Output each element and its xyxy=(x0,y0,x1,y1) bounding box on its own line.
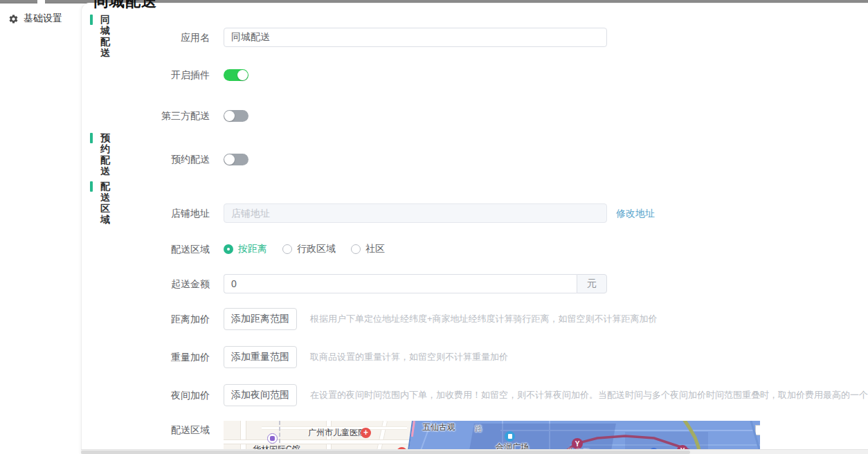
page-title: 同城配送 xyxy=(93,0,157,12)
horizontal-scrollbar xyxy=(81,449,868,454)
sidebar-item-basic-settings[interactable]: 基础设置 xyxy=(8,12,62,25)
min-amount-group: 元 xyxy=(224,274,607,293)
screen: 同城配送 基础设置 同城配送 应用名 开启插件 第三方配送 预约配送 预约配送 xyxy=(0,0,868,454)
add-night-range-button[interactable]: 添加夜间范围 xyxy=(224,384,297,406)
map-label-road: 路 xyxy=(475,424,482,434)
radio-label: 社区 xyxy=(365,243,385,255)
mall-poi-icon xyxy=(267,433,278,444)
third-party-label: 第三方配送 xyxy=(81,110,210,122)
row-reserve: 预约配送 xyxy=(81,154,868,165)
map-area-label: 配送区域 xyxy=(81,425,210,435)
radio-by-distance[interactable]: 按距离 xyxy=(224,243,267,255)
plugin-label: 开启插件 xyxy=(81,69,210,81)
row-night-markup: 夜间加价 添加夜间范围 在设置的夜间时间范围内下单，加收费用！如留空，则不计算夜… xyxy=(81,384,868,406)
app-name-label: 应用名 xyxy=(81,28,210,47)
toggle-knob xyxy=(224,111,235,121)
radio-label: 按距离 xyxy=(238,243,267,255)
row-distance-markup: 距离加价 添加距离范围 根据用户下单定位地址经纬度+商家地址经纬度计算骑行距离，… xyxy=(81,308,868,330)
horizontal-scrollbar-thumb[interactable] xyxy=(81,451,690,454)
distance-markup-hint: 根据用户下单定位地址经纬度+商家地址经纬度计算骑行距离，如留空则不计算距离加价 xyxy=(310,308,658,330)
row-plugin: 开启插件 xyxy=(81,69,868,81)
radio-dot xyxy=(351,244,361,254)
section-accent-bar xyxy=(90,181,93,192)
area-mode-radio-group: 按距离 行政区域 社区 xyxy=(224,244,400,255)
sidebar: 基础设置 xyxy=(0,3,81,454)
weight-markup-label: 重量加价 xyxy=(81,346,210,368)
map-label-children-hospital: 广州市儿童医院 xyxy=(308,427,366,439)
app-name-input[interactable] xyxy=(224,28,607,47)
row-shop-address: 店铺地址 修改地址 xyxy=(81,203,868,223)
radio-dot xyxy=(224,244,233,254)
row-third-party: 第三方配送 xyxy=(81,110,868,122)
plaza-poi-icon xyxy=(505,431,515,442)
shop-address-label: 店铺地址 xyxy=(81,203,210,223)
night-markup-hint: 在设置的夜间时间范围内下单，加收费用！如留空，则不计算夜间加价。当配送时间与多个… xyxy=(310,384,868,406)
min-amount-label: 起送金额 xyxy=(81,274,210,293)
reserve-label: 预约配送 xyxy=(81,154,210,165)
section-accent-bar xyxy=(90,15,93,25)
radio-admin-region[interactable]: 行政区域 xyxy=(282,243,336,255)
row-app-name: 应用名 xyxy=(81,28,868,47)
modify-address-link[interactable]: 修改地址 xyxy=(616,203,655,223)
distance-markup-label: 距离加价 xyxy=(81,308,210,330)
toggle-knob xyxy=(224,154,235,165)
area-mode-label: 配送区域 xyxy=(81,244,210,255)
row-weight-markup: 重量加价 添加重量范围 取商品设置的重量计算，如留空则不计算重量加价 xyxy=(81,346,868,368)
sidebar-item-label: 基础设置 xyxy=(24,12,62,25)
section-accent-bar xyxy=(90,133,93,143)
row-area-mode: 配送区域 按距离 行政区域 社区 xyxy=(81,244,868,255)
min-amount-input[interactable] xyxy=(224,274,577,293)
weight-markup-hint: 取商品设置的重量计算，如留空则不计算重量加价 xyxy=(310,346,508,368)
radio-community[interactable]: 社区 xyxy=(351,243,385,255)
reserve-toggle[interactable] xyxy=(224,154,248,165)
radio-dot xyxy=(282,244,292,254)
min-amount-unit: 元 xyxy=(577,274,607,293)
plugin-toggle[interactable] xyxy=(224,69,248,81)
third-party-toggle[interactable] xyxy=(224,110,248,122)
toggle-knob xyxy=(237,70,248,80)
gear-icon xyxy=(8,14,19,24)
night-markup-label: 夜间加价 xyxy=(81,384,210,406)
hospital-icon: + xyxy=(361,428,371,438)
add-distance-range-button[interactable]: 添加距离范围 xyxy=(224,308,297,330)
shop-address-input[interactable] xyxy=(224,203,607,223)
row-min-amount: 起送金额 元 xyxy=(81,274,868,293)
add-weight-range-button[interactable]: 添加重量范围 xyxy=(224,346,297,368)
radio-label: 行政区域 xyxy=(297,243,336,255)
map-label-wuxian: 五仙古观 xyxy=(422,421,455,433)
